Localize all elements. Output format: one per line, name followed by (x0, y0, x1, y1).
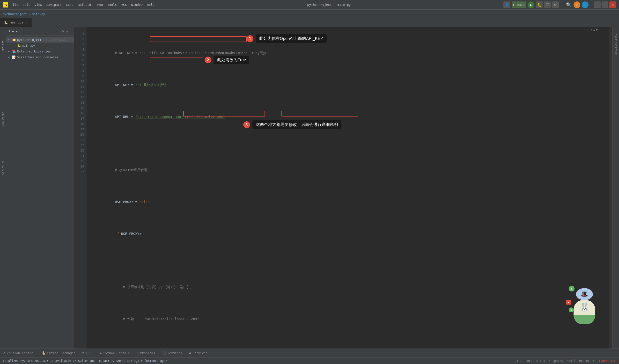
problems-icon: ⚠ (137, 351, 139, 355)
menu-edit[interactable]: Edit (23, 3, 30, 7)
tab-main-py[interactable]: 🐍 main.py ✕ (0, 18, 32, 27)
code-content[interactable]: # API_KEY = "sk-8dllgEAW17uajbDbv7IST3Bl… (86, 27, 612, 349)
minimize-button[interactable]: — (594, 1, 601, 8)
debug-button[interactable]: 🐛 (536, 1, 543, 8)
menu-view[interactable]: View (35, 3, 42, 7)
menu-file[interactable]: File (11, 3, 18, 7)
menu-code[interactable]: Code (66, 3, 73, 7)
code-line-9: # 填写格式是 [协议]:// [地址]:[端口]， (90, 279, 608, 295)
annotation-circle-1: 1 (247, 35, 253, 42)
sidebar-header: Project ⟳ ⚙ — (6, 27, 74, 36)
terminal-icon: ⬛ (162, 351, 166, 355)
right-sidebar: Notifications (612, 27, 619, 349)
bookmarks-tab[interactable]: Bookmarks (0, 107, 6, 131)
window-controls: 👤 ▶ main ▶ 🐛 ☰ ⟳ 🔍 ⬇ ✦ — □ ✕ (503, 1, 616, 8)
editor-scrollbar[interactable] (609, 27, 612, 349)
file-charset[interactable]: UTF-8 (536, 359, 545, 363)
menu-vcs[interactable]: VCS (121, 3, 127, 7)
navbar: pythonProject › main.py (0, 10, 619, 18)
breadcrumb-sep: › (28, 12, 30, 16)
run-config-button[interactable]: ▶ main (512, 1, 526, 8)
nav-up-icon[interactable]: ▲ (593, 28, 595, 32)
version-control-label: Version Control (7, 351, 35, 355)
python-icon: 🐍 (17, 44, 21, 47)
bottom-toolbar: ⚙ Version Control 🐍 Python Packages ≡ TO… (0, 349, 619, 357)
tree-item-external-libs[interactable]: ▶ 📚 External Libraries (6, 48, 74, 54)
indent-setting[interactable]: 4 spaces (549, 359, 563, 363)
code-line-7: if USE_PROXY: (90, 226, 608, 242)
updates-button[interactable]: ⬇ (574, 1, 580, 8)
code-area[interactable]: 1 2 3 4 5 6 7 8 9 10 11 12 13 14 15 16 1 (74, 27, 612, 349)
structure-tab[interactable]: Structure (0, 156, 6, 180)
status-message: Localized PyCharm 2022.3.3 is available … (3, 359, 167, 363)
menu-tools[interactable]: Tools (107, 3, 117, 7)
left-sidebar-tabs: Project Bookmarks Structure (0, 27, 6, 349)
tree-item-scratches[interactable]: ▶ 📝 Scratches and Consoles (6, 54, 74, 60)
sidebar-toolbar: ⟳ ⚙ — (61, 29, 71, 33)
annotation-circle-3: 3 (243, 121, 250, 128)
project-tab[interactable]: Project (0, 34, 6, 58)
menu-window[interactable]: Window (131, 3, 143, 7)
window-title: pythonProject - main.py (307, 3, 351, 7)
tree-item-pythonproject[interactable]: ▼ 📁 pythonProject C:\Users\19037\ (6, 37, 74, 42)
project-path: C:\Users\19037\ (44, 38, 68, 41)
coverage-button[interactable]: ☰ (544, 1, 551, 8)
editor-checks: ✓ 3 ▲ ▼ (587, 28, 598, 32)
services-tab[interactable]: ● Services (188, 349, 209, 357)
code-line-3: API_URL = "https://api.openai.com/v1/cha… (90, 109, 608, 125)
nav-down-icon[interactable]: ▼ (596, 28, 598, 32)
statusbar-left: Localized PyCharm 2022.3.3 is available … (3, 359, 167, 363)
maximize-button[interactable]: □ (602, 1, 608, 8)
python-console-icon: ▶ (100, 351, 102, 355)
cursor-position[interactable]: 24:1 (515, 359, 521, 363)
ide-button[interactable]: ✦ (582, 1, 589, 8)
run-button[interactable]: ▶ (528, 1, 534, 8)
problems-tab[interactable]: ⚠ Problems (135, 349, 156, 357)
collapse-icon[interactable]: — (70, 29, 71, 33)
titlebar: PC File Edit View Navigate Code Refactor… (0, 0, 619, 10)
breadcrumb-file[interactable]: main.py (32, 12, 45, 16)
close-button[interactable]: ✕ (609, 1, 616, 8)
line-numbers: 1 2 3 4 5 6 7 8 9 10 11 12 13 14 15 16 1 (74, 27, 86, 349)
annotation-circle-2: 2 (205, 56, 211, 63)
folder-icon: 📁 (12, 38, 16, 42)
tab-close-button[interactable]: ✕ (26, 21, 28, 24)
python-console-label: Python Console (103, 351, 130, 355)
python-packages-tab[interactable]: 🐍 Python Packages (40, 349, 77, 357)
terminal-label: Terminal (167, 351, 183, 355)
code-editor[interactable]: ✓ 3 ▲ ▼ 1 2 3 4 5 6 7 8 9 10 11 (74, 27, 612, 349)
menu-run[interactable]: Run (98, 3, 103, 7)
python-packages-icon: 🐍 (42, 351, 46, 355)
version-control-tab[interactable]: ⚙ Version Control (2, 349, 37, 357)
menu-help[interactable]: Help (147, 3, 155, 7)
todo-icon: ≡ (83, 351, 84, 355)
profile-button[interactable]: 👤 (503, 1, 510, 8)
breadcrumb-project[interactable]: pythonProject (2, 12, 27, 16)
sidebar-title: Project (9, 30, 21, 33)
todo-label: TODO (85, 351, 93, 355)
annotation-box-3: 这两个地方都需要修改，后面会进行详细说明 (253, 120, 341, 129)
interpreter-status[interactable]: <No interpreter> (567, 359, 595, 363)
tab-label: main.py (10, 21, 23, 24)
menu-bar: File Edit View Navigate Code Refactor Ru… (11, 3, 155, 7)
menu-refactor[interactable]: Refactor (78, 3, 93, 7)
line-endings[interactable]: CRLF (525, 359, 533, 363)
tab-more-button[interactable]: ⋮ (613, 20, 617, 25)
menu-navigate[interactable]: Navigate (46, 3, 62, 7)
search-everywhere-button[interactable]: 🔍 (565, 1, 572, 8)
settings-icon[interactable]: ⚙ (66, 29, 68, 33)
statusbar-right: 24:1 CRLF UTF-8 4 spaces <No interpreter… (515, 359, 616, 363)
notifications-tab[interactable]: Notifications (614, 34, 617, 55)
statusbar: Localized PyCharm 2022.3.3 is available … (0, 357, 619, 364)
services-label: Services (193, 351, 208, 355)
watermark: Yvonrc.com (599, 359, 616, 363)
python-console-tab[interactable]: ▶ Python Console (99, 349, 131, 357)
profile-run-button[interactable]: ⟳ (552, 1, 559, 8)
bookmarks-tab-label: Bookmarks (1, 112, 5, 126)
sync-icon[interactable]: ⟳ (61, 29, 64, 33)
scratches-label: Scratches and Consoles (17, 55, 58, 59)
tree-item-main-py[interactable]: ▶ 🐍 main.py (6, 42, 74, 48)
todo-tab[interactable]: ≡ TODO (81, 349, 95, 357)
terminal-tab[interactable]: ⬛ Terminal (161, 349, 184, 357)
mascot-illustration: ● ● ● 🐰 🎩 (557, 286, 595, 324)
